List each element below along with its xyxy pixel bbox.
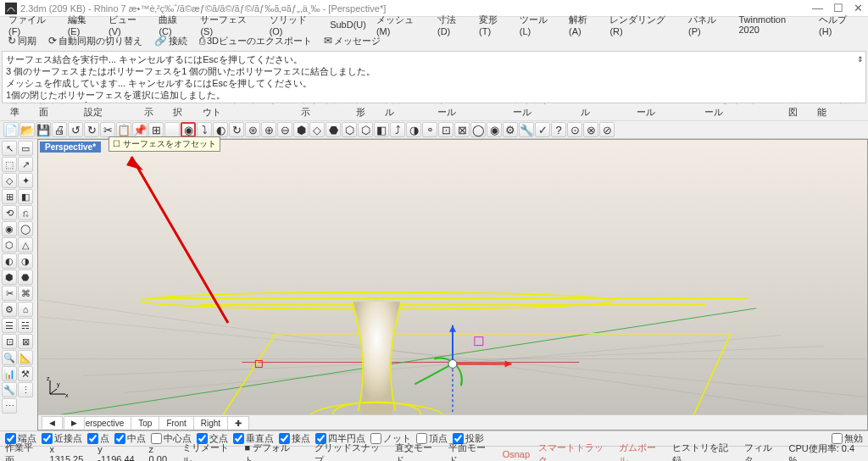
command-line[interactable]: コマンド: OffsetSrf: [6, 101, 862, 103]
toolbar-icon-25[interactable]: ◑: [406, 122, 421, 137]
connect-button[interactable]: 🔗接続: [150, 32, 192, 50]
view-tab-add[interactable]: ✚: [227, 416, 249, 430]
left-tool-29[interactable]: ⚒: [18, 366, 33, 381]
auto-sync-button[interactable]: ⟳自動同期の切り替え: [44, 32, 147, 50]
left-tool-21[interactable]: ⌂: [18, 302, 33, 317]
status-layer[interactable]: ■ デフォルト: [244, 442, 298, 462]
sync-button[interactable]: ↻同期: [3, 32, 41, 50]
left-tool-15[interactable]: ◑: [18, 253, 33, 269]
snap-近接点[interactable]: [42, 433, 53, 444]
left-tool-28[interactable]: 📊: [2, 366, 17, 381]
menu-解析(A)[interactable]: 解析(A): [564, 12, 604, 38]
menu-レンダリング(R)[interactable]: レンダリング(R): [604, 12, 683, 38]
toolbar-icon-14[interactable]: ↻: [229, 122, 244, 137]
message-button[interactable]: ✉メッセージ: [320, 32, 385, 50]
toolbar-icon-26[interactable]: ⚬: [422, 122, 437, 137]
toolbar-icon-31[interactable]: ⚙: [503, 122, 518, 137]
toolbar-icon-13[interactable]: ◐: [213, 122, 228, 137]
toolbar-icon-37[interactable]: ⊘: [599, 122, 615, 137]
status-planar[interactable]: 平面モード: [448, 442, 493, 462]
menu-ツール(L)[interactable]: ツール(L): [515, 12, 564, 38]
toolbar-icon-22[interactable]: ⬡: [358, 122, 373, 137]
toolbar-icon-21[interactable]: ⬡: [342, 122, 357, 137]
toolbar-icon-29[interactable]: ◯: [470, 122, 486, 137]
toolbar-icon-0[interactable]: 📄: [3, 122, 19, 137]
toolbar-icon-15[interactable]: ⊛: [245, 122, 260, 137]
command-area[interactable]: サーフェス結合を実行中... キャンセルするにはEscを押してください。3 個の…: [2, 51, 866, 103]
left-tool-16[interactable]: ⬢: [2, 269, 17, 285]
toolbar-icon-2[interactable]: 💾: [36, 122, 51, 137]
status-history[interactable]: ヒストリを記録: [672, 442, 736, 462]
toolbar-icon-34[interactable]: ?: [551, 122, 566, 137]
export-3d-button[interactable]: ⎙3Dビューのエクスポート: [195, 32, 316, 50]
left-tool-26[interactable]: 🔍: [2, 350, 17, 365]
toolbar-icon-33[interactable]: ✓: [535, 122, 550, 137]
left-tool-31[interactable]: ⋮: [18, 382, 33, 397]
tab-scroll-left[interactable]: ◀: [42, 416, 63, 429]
toolbar-icon-18[interactable]: ⬢: [293, 122, 309, 137]
toolbar-icon-20[interactable]: ⬣: [326, 122, 341, 137]
left-tool-9[interactable]: ⎌: [18, 205, 33, 220]
menu-SubD(U)[interactable]: SubD(U): [325, 18, 371, 31]
snap-点[interactable]: [87, 433, 98, 444]
menu-パネル(P)[interactable]: パネル(P): [683, 12, 733, 38]
toolbar-icon-35[interactable]: ⊙: [567, 122, 582, 137]
left-tool-17[interactable]: ⬣: [18, 269, 33, 285]
toolbar-icon-1[interactable]: 📂: [19, 122, 35, 137]
toolbar-icon-28[interactable]: ⊠: [454, 122, 470, 137]
menu-ヘルプ(H)[interactable]: ヘルプ(H): [814, 12, 865, 38]
tab-scroll-right[interactable]: ▶: [64, 416, 85, 429]
status-unit[interactable]: ミリメートル: [182, 442, 236, 462]
toolbar-icon-27[interactable]: ⊡: [438, 122, 453, 137]
toolbar-icon-36[interactable]: ⊗: [583, 122, 598, 137]
left-tool-30[interactable]: 🔧: [2, 382, 17, 397]
status-osnap[interactable]: Osnap: [503, 449, 530, 459]
toolbar-icon-4[interactable]: ↺: [68, 122, 83, 137]
toolbar-icon-16[interactable]: ⊕: [261, 122, 276, 137]
menu-寸法(D)[interactable]: 寸法(D): [432, 12, 474, 38]
menu-変形(T)[interactable]: 変形(T): [474, 12, 515, 38]
status-ortho[interactable]: 直交モード: [395, 442, 440, 462]
status-cplane[interactable]: 作業平面: [5, 442, 42, 462]
toolbar-icon-24[interactable]: ⤴: [390, 122, 405, 137]
toolbar-icon-5[interactable]: ↻: [84, 122, 99, 137]
left-tool-8[interactable]: ⟲: [2, 205, 17, 220]
left-tool-3[interactable]: ↗: [18, 157, 33, 172]
status-gridsnap[interactable]: グリッドスナップ: [314, 442, 387, 462]
toolbar-icon-23[interactable]: ◧: [374, 122, 389, 137]
viewport-perspective[interactable]: Perspective*: [37, 139, 868, 430]
left-tool-11[interactable]: ◯: [18, 221, 33, 236]
toolbar-icon-19[interactable]: ◇: [309, 122, 325, 137]
toolbar-icon-30[interactable]: ◉: [487, 122, 502, 137]
status-smarttrack[interactable]: スマートトラック: [538, 442, 610, 462]
toolbar-icon-10[interactable]: [164, 122, 180, 137]
left-tool-7[interactable]: ◧: [18, 189, 33, 204]
left-tool-5[interactable]: ✦: [18, 173, 33, 188]
status-gumball[interactable]: ガムボール: [619, 442, 664, 462]
toolbar-icon-17[interactable]: ⊖: [277, 122, 292, 137]
toolbar-icon-9[interactable]: ⊞: [148, 122, 164, 137]
left-tool-20[interactable]: ⚙: [2, 302, 17, 317]
view-tab-right[interactable]: Right: [193, 416, 228, 430]
left-tool-10[interactable]: ◉: [2, 221, 17, 236]
toolbar-icon-8[interactable]: 📌: [132, 122, 147, 137]
left-tool-13[interactable]: △: [18, 237, 33, 253]
left-tool-1[interactable]: ▭: [18, 141, 33, 156]
toolbar-icon-7[interactable]: 📋: [116, 122, 131, 137]
snap-中心点[interactable]: [151, 433, 162, 444]
snap-中点[interactable]: [114, 433, 125, 444]
left-tool-22[interactable]: ☰: [2, 318, 17, 333]
left-tool-2[interactable]: ⬚: [2, 157, 17, 172]
left-tool-25[interactable]: ⊠: [18, 334, 33, 349]
left-tool-24[interactable]: ⊡: [2, 334, 17, 349]
viewport-label[interactable]: Perspective*: [40, 142, 101, 153]
toolbar-icon-12[interactable]: ⤵: [197, 122, 212, 137]
left-tool-0[interactable]: ↖: [2, 141, 17, 156]
toolbar-icon-6[interactable]: ✂: [100, 122, 115, 137]
left-tool-23[interactable]: ☵: [18, 318, 33, 333]
toolbar-icon-3[interactable]: 🖨: [52, 122, 67, 137]
left-tool-12[interactable]: ⬡: [2, 237, 17, 253]
status-filter[interactable]: フィルタ: [744, 442, 781, 462]
left-tool-14[interactable]: ◐: [2, 253, 17, 269]
left-tool-6[interactable]: ⊞: [2, 189, 17, 204]
